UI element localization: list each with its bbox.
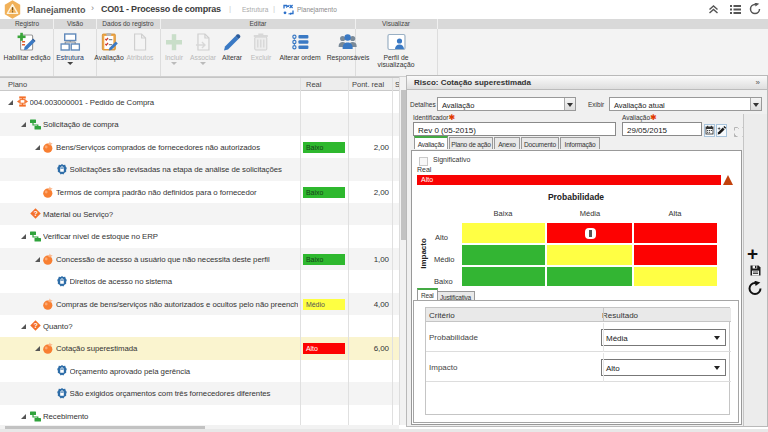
svg-text:?: ?	[33, 322, 37, 329]
svg-text:?: ?	[33, 210, 37, 217]
